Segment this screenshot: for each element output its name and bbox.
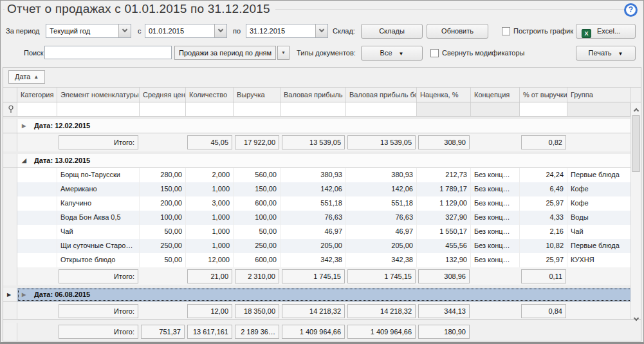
column-header-group[interactable]: Группа bbox=[567, 88, 630, 102]
excel-button[interactable]: XExcel... bbox=[576, 24, 636, 39]
cell-group: КУХНЯ bbox=[567, 253, 641, 267]
cell-gross_profit: 142,06 bbox=[281, 182, 346, 196]
column-header-pct_revenue[interactable]: % от выручки bbox=[520, 88, 567, 102]
build-chart-checkbox[interactable] bbox=[502, 27, 510, 35]
scrollbar-thumb[interactable] bbox=[632, 115, 640, 172]
cell-qty: 1,000 bbox=[186, 182, 234, 196]
row-indicator-cell bbox=[3, 267, 17, 285]
row-indicator-header bbox=[3, 88, 17, 102]
scroll-down-button[interactable] bbox=[631, 308, 641, 318]
chevron-down-icon[interactable] bbox=[214, 24, 226, 37]
filter-cell-pct_revenue[interactable] bbox=[520, 102, 567, 116]
expand-group-icon[interactable]: ▶ bbox=[22, 288, 26, 301]
focused-row-arrow-icon: ▶ bbox=[7, 288, 11, 301]
group-row[interactable]: ▶Дата: 12.02.2015 bbox=[3, 119, 641, 133]
row-indicator-cell bbox=[3, 211, 17, 225]
cell-pct_revenue: 4,33 bbox=[520, 211, 567, 225]
cell-qty: 12,000 bbox=[186, 253, 234, 267]
stores-button[interactable]: Склады bbox=[361, 24, 423, 39]
total-gross_profit_wo: 1 409 964,66 bbox=[347, 325, 416, 339]
cell-avg_price: 100,00 bbox=[140, 211, 186, 225]
filter-cell-category[interactable] bbox=[17, 102, 57, 116]
filter-cell-markup[interactable] bbox=[417, 102, 471, 116]
product-row[interactable]: Американо150,001,000150,00142,06142,061 … bbox=[3, 182, 641, 196]
chevron-down-icon[interactable] bbox=[315, 24, 327, 37]
chevron-down-icon[interactable] bbox=[118, 24, 131, 37]
cell-concept: Без конц… bbox=[471, 239, 520, 253]
dropdown-arrow-icon[interactable]: ▼ bbox=[277, 46, 290, 60]
column-header-concept[interactable]: Концепция bbox=[471, 88, 520, 102]
collapse-group-icon[interactable]: ◢ bbox=[22, 154, 26, 167]
help-icon[interactable]: ? bbox=[624, 3, 638, 17]
column-header-category[interactable]: Категория bbox=[17, 88, 57, 102]
filter-cell-item[interactable] bbox=[57, 102, 140, 116]
vertical-scrollbar[interactable] bbox=[630, 103, 641, 319]
period-combobox[interactable]: Текущий год bbox=[46, 24, 131, 38]
print-button[interactable]: Печать▼ bbox=[576, 46, 636, 61]
filter-cell-avg_price[interactable] bbox=[140, 102, 186, 116]
column-header-item[interactable]: Элемент номенклатуры bbox=[57, 88, 140, 102]
doc-types-label: Типы документов: bbox=[297, 46, 356, 61]
filter-cell-gross_profit[interactable] bbox=[281, 102, 346, 116]
build-chart-label: Построить график bbox=[513, 24, 573, 39]
pin-icon bbox=[8, 105, 14, 113]
refresh-button[interactable]: Обновить bbox=[427, 24, 488, 39]
cell-gross_profit_wo: 46,97 bbox=[346, 225, 417, 239]
product-row[interactable]: Вода Бон Аква 0,5100,001,000100,0076,637… bbox=[3, 211, 641, 225]
product-row[interactable]: Открытое блюдо50,0012,000600,00342,38342… bbox=[3, 253, 641, 267]
cell-revenue: 100,00 bbox=[234, 211, 281, 225]
filter-cell-revenue[interactable] bbox=[234, 102, 281, 116]
scroll-up-button[interactable] bbox=[631, 104, 641, 114]
cell-avg_price: 50,00 bbox=[140, 225, 186, 239]
cell-concept: Без конц… bbox=[471, 168, 520, 182]
date-from-picker[interactable]: 01.01.2015 bbox=[145, 24, 227, 38]
product-row[interactable]: Щи суточные Старо…250,001,000250,00205,0… bbox=[3, 239, 641, 253]
column-header-markup[interactable]: Наценка, % bbox=[417, 88, 471, 102]
filter-cell-qty[interactable] bbox=[186, 102, 234, 116]
total-gross_profit: 14 218,32 bbox=[282, 304, 345, 318]
report-type-combobox[interactable]: Продажи за период по дням ▼ bbox=[174, 46, 290, 60]
toolbar-row-2: Поиск Продажи за период по дням ▼ Типы д… bbox=[1, 46, 643, 61]
expand-group-icon[interactable]: ▶ bbox=[22, 119, 26, 133]
column-header-gross_profit[interactable]: Валовая прибыль bbox=[281, 88, 346, 102]
cell-pct_revenue: 10,82 bbox=[520, 239, 567, 253]
cell-group: Кофе bbox=[567, 196, 641, 211]
column-header-revenue[interactable]: Выручка bbox=[234, 88, 281, 102]
cell-revenue: 600,00 bbox=[234, 196, 281, 211]
collapse-modifiers-label: Свернуть модификаторы bbox=[442, 46, 524, 61]
search-input[interactable] bbox=[44, 46, 172, 59]
sales-report-window: Отчет о продажах с 01.01.2015 по 31.12.2… bbox=[0, 0, 644, 344]
period-label: За период bbox=[6, 24, 39, 39]
group-by-chip-date[interactable]: Дата▲ bbox=[8, 70, 45, 84]
row-indicator-cell bbox=[3, 239, 17, 253]
date-to-picker[interactable]: 31.12.2015 bbox=[246, 24, 328, 38]
filter-cell-concept[interactable] bbox=[471, 102, 520, 116]
group-totals-row: Итого:12,0018 350,0014 218,3214 218,3234… bbox=[3, 302, 641, 320]
product-row[interactable]: Капучино200,003,000600,00551,18551,181 1… bbox=[3, 196, 641, 211]
cell-gross_profit_wo: 142,06 bbox=[346, 182, 417, 196]
group-row-label: ▶Дата: 06.08.2015 bbox=[17, 288, 639, 301]
collapse-modifiers-checkbox[interactable] bbox=[430, 49, 439, 57]
column-header-gross_profit_wo[interactable]: Валовая прибыль без… bbox=[346, 88, 417, 102]
row-indicator-cell bbox=[3, 323, 17, 341]
product-row[interactable]: Чай50,001,00050,0046,9746,971 550,17Без … bbox=[3, 225, 641, 239]
column-header-qty[interactable]: Количество bbox=[186, 88, 234, 102]
filter-row-indicator bbox=[3, 102, 17, 116]
cell-markup: 212,73 bbox=[417, 168, 471, 182]
filter-cell-gross_profit_wo[interactable] bbox=[346, 102, 417, 116]
filter-cell-group[interactable] bbox=[567, 102, 630, 116]
cell-gross_profit_wo: 76,63 bbox=[346, 211, 417, 225]
cell-markup: 1 129,00 bbox=[417, 196, 471, 211]
doc-types-combobox[interactable]: Все▼ bbox=[361, 46, 423, 61]
group-row[interactable]: ▶▶Дата: 06.08.2015 bbox=[3, 288, 641, 302]
total-gross_profit_wo: 14 218,32 bbox=[347, 304, 416, 318]
auto-filter-row bbox=[3, 102, 641, 117]
cell-item: Чай bbox=[57, 225, 140, 239]
column-header-avg_price[interactable]: Средняя цена bbox=[140, 88, 186, 102]
cell-item: Капучино bbox=[57, 196, 140, 211]
column-headers: КатегорияЭлемент номенклатурыСредняя цен… bbox=[3, 88, 641, 102]
total-gross_profit: 1 745,15 bbox=[282, 269, 345, 283]
product-row[interactable]: Борщ по-Тарусски280,002,000560,00380,933… bbox=[3, 168, 641, 182]
group-row[interactable]: ◢Дата: 13.02.2015 bbox=[3, 154, 641, 168]
cell-avg_price: 250,00 bbox=[140, 239, 186, 253]
